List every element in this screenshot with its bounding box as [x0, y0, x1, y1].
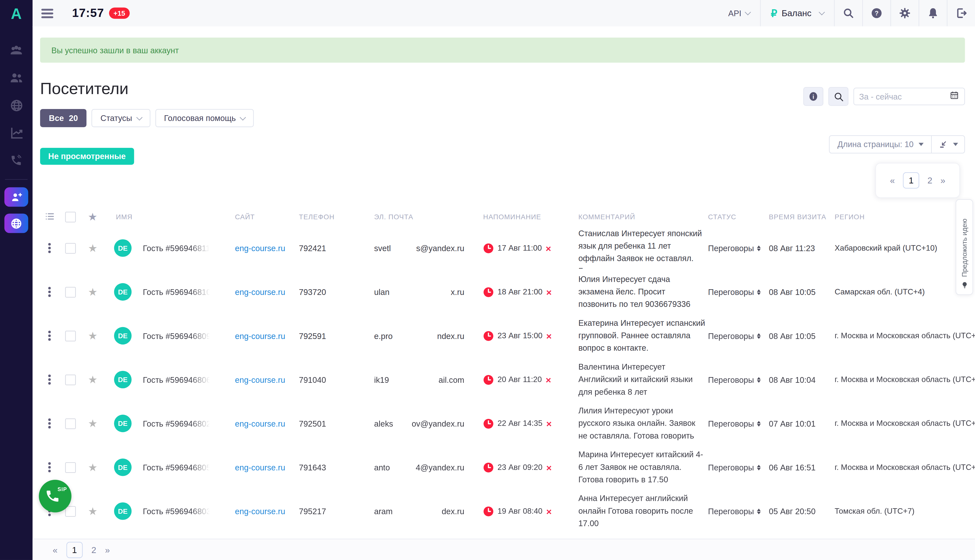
filter-statuses-button[interactable]: Статусы [92, 109, 150, 127]
star-icon[interactable]: ★ [82, 506, 104, 517]
star-icon[interactable]: ★ [82, 418, 104, 429]
unviewed-button[interactable]: Не просмотренные [40, 148, 134, 165]
date-range-input[interactable]: За - сейчас [853, 88, 965, 105]
star-icon[interactable]: ★ [82, 462, 104, 473]
status-select[interactable]: Переговоры [706, 463, 765, 472]
site-link[interactable]: eng-course.ru [235, 418, 285, 428]
site-link[interactable]: eng-course.ru [235, 243, 285, 253]
star-icon[interactable]: ★ [82, 243, 104, 253]
visitor-name[interactable]: Гость #596946803 [143, 507, 211, 516]
filter-voice-help-button[interactable]: Голосовая помощь [155, 109, 254, 127]
export-button[interactable] [932, 136, 964, 153]
col-header-phone[interactable]: ТЕЛЕФОН [286, 213, 361, 220]
search-icon[interactable] [835, 0, 862, 27]
col-header-reminder[interactable]: НАПОМИНАНИЕ [471, 213, 571, 220]
calendar-icon[interactable] [949, 90, 959, 103]
visitor-name[interactable]: Гость #596946806 [143, 375, 211, 384]
logout-icon[interactable] [947, 0, 975, 27]
status-select[interactable]: Переговоры [706, 418, 765, 428]
visitor-name[interactable]: Гость #596946802 [143, 418, 211, 428]
row-menu-icon[interactable] [45, 462, 54, 472]
prev-page-button[interactable]: « [53, 545, 57, 555]
page-length-dropdown[interactable]: Длина страницы: 10 [830, 136, 932, 153]
status-select[interactable]: Переговоры [706, 331, 765, 340]
remove-reminder-icon[interactable]: × [546, 507, 552, 516]
col-header-region[interactable]: РЕГИОН [831, 213, 965, 220]
col-header-comment[interactable]: КОММЕНТАРИЙ [571, 213, 706, 220]
site-link[interactable]: eng-course.ru [235, 375, 285, 384]
remove-reminder-icon[interactable]: × [546, 287, 552, 297]
star-header-icon[interactable]: ★ [82, 211, 104, 222]
notifications-bell-icon[interactable] [919, 0, 947, 27]
row-checkbox[interactable] [65, 374, 75, 385]
next-page-button[interactable]: » [940, 175, 945, 185]
col-header-email[interactable]: ЭЛ. ПОЧТА [361, 213, 471, 220]
visitor-name[interactable]: Гость #596946810 [143, 287, 211, 297]
filter-all-button[interactable]: Все 20 [40, 109, 87, 127]
page-2-button[interactable]: 2 [91, 545, 96, 555]
status-select[interactable]: Переговоры [706, 375, 765, 384]
app-logo[interactable]: A [0, 0, 33, 28]
remove-reminder-icon[interactable]: × [546, 418, 552, 428]
email: anto 4@yandex.ru [361, 463, 471, 472]
phone-number: 792421 [286, 243, 361, 253]
site-link[interactable]: eng-course.ru [235, 507, 285, 516]
site-link[interactable]: eng-course.ru [235, 287, 285, 297]
settings-gear-icon[interactable] [891, 0, 919, 27]
sites-globe-icon[interactable] [9, 98, 23, 113]
sort-arrows-icon [757, 508, 761, 514]
page-1-button[interactable]: 1 [903, 172, 919, 188]
remove-reminder-icon[interactable]: × [546, 243, 551, 253]
site-widget-button[interactable] [5, 213, 28, 233]
contacts-icon[interactable] [9, 70, 23, 85]
prev-page-button[interactable]: « [890, 175, 895, 185]
menu-hamburger-icon[interactable] [41, 8, 53, 18]
sip-call-button[interactable]: SIP [39, 480, 72, 512]
status-select[interactable]: Переговоры [706, 287, 765, 297]
col-header-status[interactable]: СТАТУС [706, 213, 765, 220]
visitor-name[interactable]: Гость #596946805 [143, 463, 211, 472]
calls-phone-icon[interactable] [9, 153, 23, 168]
status-select[interactable]: Переговоры [706, 243, 765, 253]
col-header-name[interactable]: ИМЯ [104, 213, 223, 220]
row-checkbox[interactable] [65, 243, 75, 253]
row-checkbox[interactable] [65, 462, 75, 473]
star-icon[interactable]: ★ [82, 374, 104, 385]
site-link[interactable]: eng-course.ru [235, 463, 285, 472]
list-view-icon[interactable] [44, 211, 55, 223]
row-menu-icon[interactable] [45, 243, 54, 253]
remove-reminder-icon[interactable]: × [546, 375, 551, 384]
page-1-button[interactable]: 1 [66, 542, 82, 558]
select-all-checkbox[interactable] [65, 211, 75, 222]
visitor-name[interactable]: Гость #596946811 [143, 243, 210, 253]
balance-menu[interactable]: ₽ Баланс [761, 0, 834, 27]
next-page-button[interactable]: » [105, 545, 110, 555]
row-checkbox[interactable] [65, 287, 75, 297]
visitor-name[interactable]: Гость #596946809 [143, 331, 211, 340]
success-banner-text: Вы успешно зашли в ваш аккаунт [51, 45, 179, 55]
star-icon[interactable]: ★ [82, 330, 104, 341]
row-menu-icon[interactable] [45, 418, 54, 428]
remove-reminder-icon[interactable]: × [546, 331, 552, 340]
page-2-button[interactable]: 2 [927, 175, 932, 185]
info-button[interactable]: i [803, 87, 823, 106]
suggest-idea-tab[interactable]: Предложить идею [956, 199, 973, 295]
star-icon[interactable]: ★ [82, 287, 104, 297]
notifications-count-badge[interactable]: +15 [109, 7, 129, 19]
col-header-site[interactable]: САЙТ [223, 213, 286, 220]
row-checkbox[interactable] [65, 418, 75, 429]
add-visitor-button[interactable] [5, 187, 28, 207]
help-icon[interactable]: ? [863, 0, 890, 27]
row-menu-icon[interactable] [45, 331, 54, 340]
statistics-chart-icon[interactable] [9, 125, 23, 140]
row-checkbox[interactable] [65, 330, 75, 341]
col-header-visit-time[interactable]: ВРЕМЯ ВИЗИТА [765, 213, 831, 220]
search-visitors-button[interactable] [828, 87, 848, 106]
site-link[interactable]: eng-course.ru [235, 331, 285, 340]
api-menu[interactable]: API [718, 0, 760, 27]
row-menu-icon[interactable] [45, 287, 54, 297]
status-select[interactable]: Переговоры [706, 507, 765, 516]
visitors-group-icon[interactable] [9, 43, 23, 57]
row-menu-icon[interactable] [45, 375, 54, 385]
remove-reminder-icon[interactable]: × [546, 463, 552, 472]
